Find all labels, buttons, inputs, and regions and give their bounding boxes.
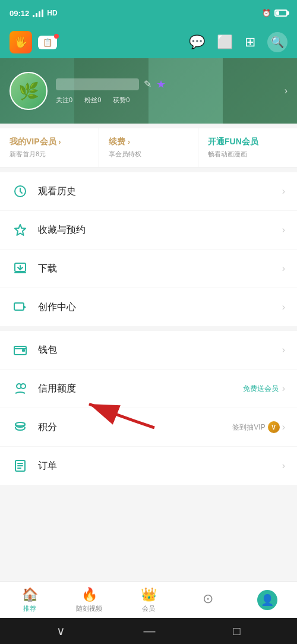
points-chevron-icon: ›	[282, 422, 285, 433]
stat-likes: 获赞0	[113, 96, 129, 105]
download-icon	[12, 260, 29, 277]
sign-in-button[interactable]: 📋	[38, 36, 57, 49]
signal-bar-3	[39, 11, 40, 17]
tab-discover[interactable]: ⊙	[178, 582, 238, 618]
menu-item-points[interactable]: 积分 签到抽VIP V ›	[0, 408, 297, 447]
create-icon	[12, 299, 29, 315]
vip-section: 我的VIP会员 › 新客首月8元 续费 › 享会员特权 开通FUN会员 畅看动画…	[0, 128, 297, 168]
search-button[interactable]: 🔍	[267, 32, 287, 52]
history-chevron-icon: ›	[282, 186, 285, 197]
free-member-badge: 免费送会员	[243, 384, 279, 394]
menu-item-favorites[interactable]: 收藏与预约 ›	[0, 211, 297, 250]
avatar[interactable]: 🌿	[10, 72, 48, 110]
points-label: 积分	[38, 421, 232, 434]
svg-marker-6	[24, 305, 26, 309]
nav-left: 🖐 📋	[10, 31, 57, 53]
svg-rect-8	[22, 349, 25, 352]
signal-bar-1	[33, 15, 34, 17]
credit-chevron-icon: ›	[282, 383, 285, 394]
renew-card[interactable]: 续费 › 享会员特权	[99, 128, 198, 167]
tab-member[interactable]: 👑 会员	[119, 582, 178, 618]
profile-name-row: ✎ ★	[56, 78, 285, 91]
battery-fill	[276, 11, 279, 15]
download-label: 下载	[38, 263, 282, 275]
menu-item-create[interactable]: 创作中心 ›	[0, 288, 297, 326]
member-label: 会员	[142, 604, 155, 613]
crown-icon: 👑	[141, 587, 157, 602]
scan-icon[interactable]: ⬜	[217, 34, 233, 50]
order-icon	[12, 457, 29, 474]
grid-icon[interactable]: ⊞	[245, 34, 255, 50]
order-right: ›	[282, 460, 285, 471]
favorites-right: ›	[282, 225, 285, 235]
credit-icon	[12, 380, 29, 397]
profile-tab-icon: 👤	[261, 594, 274, 607]
home-button[interactable]: —	[143, 624, 155, 638]
history-right: ›	[282, 186, 285, 197]
tab-profile[interactable]: 👤	[238, 582, 297, 618]
points-right: 签到抽VIP V ›	[232, 421, 285, 433]
profile-name-blurred	[56, 78, 139, 90]
edit-icon: ✎	[144, 78, 151, 90]
app-icon[interactable]: 🖐	[10, 31, 32, 53]
tab-recommend[interactable]: 🏠 推荐	[0, 582, 59, 618]
signal-bar-2	[36, 13, 37, 17]
fun-vip-subtitle: 畅看动画漫画	[208, 150, 287, 159]
star-badge-icon: ★	[156, 78, 166, 91]
wallet-icon	[12, 342, 29, 358]
favorites-label: 收藏与预约	[38, 224, 282, 236]
fun-vip-card[interactable]: 开通FUN会员 畅看动画漫画	[198, 128, 297, 167]
menu-item-download[interactable]: 下载 ›	[0, 250, 297, 288]
create-right: ›	[282, 302, 285, 312]
credit-right: 免费送会员 ›	[243, 383, 285, 394]
svg-point-12	[15, 422, 25, 426]
bottom-nav: 🏠 推荐 🔥 随刻视频 👑 会员 ⊙ 👤	[0, 581, 297, 618]
download-right: ›	[282, 263, 285, 274]
back-button[interactable]: ∨	[56, 624, 65, 638]
status-left: 09:12 HD	[10, 9, 58, 18]
recommend-label: 推荐	[23, 604, 36, 613]
renew-subtitle: 享会员特权	[109, 150, 188, 159]
discover-icon: ⊙	[203, 591, 213, 607]
vip-coin-icon: V	[268, 421, 280, 433]
flame-icon: 🔥	[81, 587, 97, 602]
tab-moment[interactable]: 🔥 随刻视频	[59, 582, 119, 618]
profile-content: 🌿 ✎ ★ 关注0 粉丝0 获赞0 ›	[10, 72, 287, 110]
menu-item-order[interactable]: 订单 ›	[0, 447, 297, 485]
credit-label: 信用额度	[38, 383, 243, 395]
sign-vip-text: 签到抽VIP	[232, 422, 265, 433]
status-right: ⏰	[262, 9, 287, 17]
fun-vip-title: 开通FUN会员	[208, 137, 287, 147]
profile-info: ✎ ★ 关注0 粉丝0 获赞0	[56, 78, 285, 105]
my-vip-title: 我的VIP会员 ›	[10, 137, 89, 147]
recent-button[interactable]: □	[233, 624, 240, 638]
menu-item-history[interactable]: 观看历史 ›	[0, 172, 297, 211]
renew-title: 续费 ›	[109, 137, 188, 147]
order-chevron-icon: ›	[282, 460, 285, 471]
message-icon[interactable]: 💬	[189, 34, 205, 50]
app-logo: 🖐	[14, 36, 27, 49]
profile-tab-avatar: 👤	[257, 590, 277, 610]
download-chevron-icon: ›	[282, 263, 285, 274]
create-chevron-icon: ›	[282, 302, 285, 312]
profile-stats: 关注0 粉丝0 获赞0	[56, 96, 285, 105]
home-icon: 🏠	[22, 587, 38, 602]
gesture-bar: ∨ — □	[0, 618, 297, 644]
menu-item-wallet[interactable]: 钱包 ›	[0, 331, 297, 370]
favorites-icon	[12, 222, 29, 238]
svg-marker-1	[15, 225, 26, 235]
create-label: 创作中心	[38, 301, 282, 314]
menu-section-1: 观看历史 › 收藏与预约 › 下载 ›	[0, 172, 297, 326]
time: 09:12	[10, 9, 29, 18]
menu-item-credit[interactable]: 信用额度 免费送会员 ›	[0, 370, 297, 408]
wallet-label: 钱包	[38, 344, 282, 356]
battery-icon	[274, 10, 287, 17]
svg-point-11	[21, 384, 26, 389]
favorites-chevron-icon: ›	[282, 225, 285, 235]
search-icon: 🔍	[271, 36, 284, 49]
menu-section-2: 钱包 › 信用额度 免费送会员 › 积分 签到抽VIP	[0, 331, 297, 485]
wallet-right: ›	[282, 345, 285, 355]
profile-chevron-icon[interactable]: ›	[285, 86, 287, 96]
alarm-icon: ⏰	[262, 9, 271, 17]
my-vip-card[interactable]: 我的VIP会员 › 新客首月8元	[0, 128, 99, 167]
